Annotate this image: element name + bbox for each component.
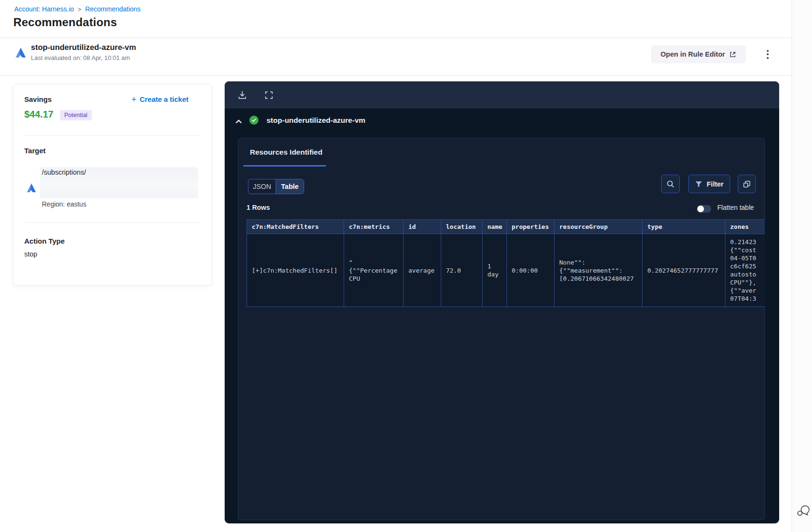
resources-table-wrap: c7n:MatchedFilters c7n:metrics id locati… [247,219,765,307]
view-toggle-json[interactable]: JSON [248,179,276,194]
savings-label: Savings [24,95,52,103]
panel-title-row: stop-underutilized-azure-vm [225,108,779,138]
target-label: Target [24,147,46,155]
breadcrumb-recommendations-link[interactable]: Recommendations [85,5,141,13]
action-type-value: stop [24,250,37,258]
open-in-rule-editor-label: Open in Rule Editor [661,50,725,58]
flatten-table-toggle[interactable] [697,205,711,213]
breadcrumb-account-link[interactable]: Account: Harness.io [14,5,74,13]
recommendation-header: stop-underutilized-azure-vm Last evaluat… [0,38,792,75]
col-header-location[interactable]: location [441,220,483,234]
cell-type: 0.20274652777777777 [643,234,725,307]
search-button[interactable] [661,175,680,193]
cell-zones: 0.21423 {""cost 04-05T0 c6cf625 autosto … [725,234,765,307]
flatten-table-label: Flatten table [717,204,754,211]
external-link-icon [729,51,736,58]
panel-toolbar [225,81,779,108]
breadcrumb-separator: > [78,6,81,13]
tab-resources-identified[interactable]: Resources Identified [250,148,322,157]
col-header-name[interactable]: name [483,220,507,234]
cell-resource-group: None"": {""measurement"": [0.20671066342… [555,234,643,307]
savings-amount: $44.17 [24,109,53,120]
panel-rule-title: stop-underutilized-azure-vm [267,116,366,125]
col-header-zones[interactable]: zones [725,220,765,234]
col-header-type[interactable]: type [643,220,725,234]
cell-metrics: " {""Percentage CPU [344,234,404,307]
target-subscription-path: /subscriptions/ [42,168,86,176]
target-region: Region: eastus [42,200,86,208]
col-header-properties[interactable]: properties [507,220,555,234]
col-header-id[interactable]: id [404,220,441,234]
create-ticket-button[interactable]: + Create a ticket [131,95,188,103]
right-help-rail [792,0,812,532]
breadcrumb: Account: Harness.io > Recommendations [14,5,141,13]
recommendation-title: stop-underutilized-azure-vm [31,43,136,52]
potential-badge: Potential [60,110,92,120]
col-header-metrics[interactable]: c7n:metrics [344,220,404,234]
fullscreen-icon[interactable] [264,90,274,100]
header-bottom-divider [0,75,792,76]
azure-icon [14,46,27,59]
open-in-rule-editor-button[interactable]: Open in Rule Editor [651,45,746,63]
azure-icon [26,182,37,194]
table-row: [+]c7n:MatchedFilters[] " {""Percentage … [247,234,765,307]
col-header-matched-filters[interactable]: c7n:MatchedFilters [247,220,344,234]
view-toggle-table[interactable]: Table [276,179,304,194]
filter-funnel-icon [695,180,703,188]
view-mode-toggle: JSON Table [248,179,304,194]
cell-id: average [404,234,441,307]
action-type-label: Action Type [24,237,65,245]
cell-location: 72.0 [441,234,483,307]
savings-card: Savings + Create a ticket $44.17 Potenti… [13,84,212,286]
col-header-resource-group[interactable]: resourceGroup [555,220,643,234]
filter-button[interactable]: Filter [688,175,730,193]
chat-bubble-icon[interactable] [795,502,810,518]
check-circle-icon [249,116,258,125]
card-divider [24,222,200,223]
cell-matched-filters-expand[interactable]: [+]c7n:MatchedFilters[] [247,234,344,307]
results-panel: stop-underutilized-azure-vm Resources Id… [225,81,779,523]
copy-icon [743,180,751,188]
active-tab-underline [243,165,326,167]
search-icon [666,180,675,188]
download-icon[interactable] [237,90,248,100]
resources-card: Resources Identified JSON Table Filter [238,138,765,520]
resources-table: c7n:MatchedFilters c7n:metrics id locati… [247,219,765,307]
kebab-menu-icon[interactable] [762,45,773,63]
toggle-knob [697,206,704,212]
create-ticket-label: Create a ticket [139,95,188,103]
recommendation-last-evaluated: Last evaluated on: 08 Apr, 10:01 am [31,54,130,61]
filter-label: Filter [707,180,723,188]
page-title: Recommendations [13,16,117,29]
chevron-up-icon[interactable] [235,118,242,125]
copy-button[interactable] [738,175,756,193]
rows-count: 1 Rows [247,204,270,211]
table-header-row: c7n:MatchedFilters c7n:metrics id locati… [247,220,765,234]
cell-properties: 0:00:00 [507,234,555,307]
cell-name: 1 day [483,234,507,307]
card-divider [24,135,200,136]
page: Account: Harness.io > Recommendations Re… [0,0,812,532]
plus-icon: + [131,96,137,103]
